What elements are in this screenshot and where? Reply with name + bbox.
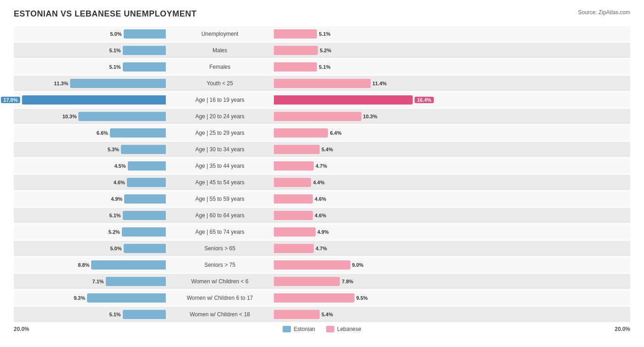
value-left: 4.6% (114, 180, 125, 185)
bar-left (127, 178, 166, 187)
bar-right-section: 5.4% (270, 307, 426, 322)
bar-left (124, 29, 166, 39)
bar-left-section: 5.1% (14, 307, 169, 322)
bar-right-section: 5.1% (270, 26, 426, 42)
bar-row: 5.1%Females5.1% (14, 59, 630, 75)
value-left: 11.3% (54, 81, 68, 86)
value-left: 8.8% (78, 262, 89, 268)
bar-right (274, 178, 311, 187)
bar-left (128, 161, 166, 171)
bar-center-label: Females (169, 64, 270, 70)
bar-left (70, 79, 166, 88)
bar-right-section: 4.4% (270, 175, 426, 190)
bar-left-section: 4.9% (14, 191, 169, 207)
bar-left-section: 11.3% (14, 76, 169, 91)
value-left: 4.5% (115, 163, 126, 169)
bar-center-label: Age | 30 to 34 years (169, 146, 270, 153)
bar-row: 5.3%Age | 30 to 34 years5.4% (14, 142, 630, 157)
bar-right (274, 310, 320, 319)
value-right: 4.7% (316, 246, 327, 251)
legend-lebanese: Lebanese (326, 326, 361, 332)
bar-right (274, 29, 317, 39)
bar-right (274, 95, 413, 105)
value-right: 5.1% (319, 31, 330, 37)
value-left: 5.1% (109, 213, 121, 218)
legend-estonian: Estonian (283, 326, 315, 332)
chart-source: Source: ZipAtlas.com (578, 9, 630, 16)
bar-right-section: 4.6% (270, 191, 426, 207)
bar-left-section: 17.0% (14, 92, 169, 108)
bar-row: 5.1%Males5.2% (14, 43, 630, 58)
bar-right-section: 6.4% (270, 125, 426, 141)
bar-right-section: 9.5% (270, 290, 426, 306)
value-left: 5.0% (110, 31, 121, 37)
legend: Estonian Lebanese (283, 326, 361, 332)
bar-left (123, 62, 166, 72)
bar-left (123, 211, 166, 220)
value-right: 9.0% (352, 262, 364, 268)
bar-left (106, 277, 166, 286)
bar-right-section: 16.4% (270, 92, 426, 108)
bar-left-section: 8.8% (14, 257, 169, 273)
value-right: 16.4% (415, 97, 433, 103)
bar-right-section: 5.4% (270, 142, 426, 157)
bar-right (274, 62, 317, 72)
value-right: 9.5% (356, 295, 368, 301)
bar-left-section: 5.1% (14, 43, 169, 58)
bar-left-section: 9.3% (14, 290, 169, 306)
bar-left (110, 128, 166, 138)
bar-row: 11.3%Youth < 2511.4% (14, 76, 630, 91)
legend-estonian-box (283, 326, 291, 332)
bar-left (87, 293, 166, 303)
bar-right (274, 46, 318, 55)
bar-center-label: Age | 20 to 24 years (169, 113, 270, 120)
bar-left-section: 4.5% (14, 158, 169, 174)
bar-row: 4.6%Age | 45 to 54 years4.4% (14, 175, 630, 190)
value-right: 4.9% (317, 229, 329, 235)
chart-container: ESTONIAN VS LEBANESE UNEMPLOYMENT Source… (0, 0, 644, 346)
bar-left (91, 260, 166, 270)
bar-left-section: 5.1% (14, 59, 169, 75)
bar-right (274, 227, 316, 237)
bar-right-section: 9.0% (270, 257, 426, 273)
bar-center-label: Youth < 25 (169, 80, 270, 87)
bar-left-section: 7.1% (14, 274, 169, 289)
value-left: 5.1% (109, 64, 121, 70)
bar-center-label: Women w/ Children 6 to 17 (169, 295, 270, 301)
bar-center-label: Age | 16 to 19 years (169, 97, 270, 103)
bar-center-label: Males (169, 47, 270, 54)
bar-right-section: 5.2% (270, 43, 426, 58)
bar-right-section: 5.1% (270, 59, 426, 75)
bar-center-label: Seniors > 75 (169, 262, 270, 268)
bar-right (274, 112, 361, 121)
value-left: 4.9% (111, 196, 122, 202)
value-right: 4.6% (315, 213, 326, 218)
bar-right-section: 4.7% (270, 158, 426, 174)
bar-row: 5.2%Age | 65 to 74 years4.9% (14, 224, 630, 240)
bar-left (124, 194, 166, 204)
value-right: 11.4% (372, 81, 387, 86)
bar-left (121, 145, 166, 154)
bar-left-section: 5.3% (14, 142, 169, 157)
legend-lebanese-box (326, 326, 334, 332)
bar-row: 8.8%Seniors > 759.0% (14, 257, 630, 273)
bar-row: 10.3%Age | 20 to 24 years10.3% (14, 109, 630, 124)
bar-right-section: 10.3% (270, 109, 426, 124)
bar-left (22, 95, 166, 105)
bar-row: 5.0%Unemployment5.1% (14, 26, 630, 42)
chart-area: 5.0%Unemployment5.1%5.1%Males5.2%5.1%Fem… (14, 26, 630, 322)
bar-left (124, 244, 166, 253)
bar-right-section: 11.4% (270, 76, 426, 91)
bar-right (274, 194, 313, 204)
bar-row: 5.0%Seniors > 654.7% (14, 241, 630, 256)
bar-center-label: Women w/ Children < 6 (169, 278, 270, 285)
value-right: 7.8% (342, 279, 353, 284)
value-right: 5.4% (322, 312, 333, 317)
bar-left-section: 5.0% (14, 26, 169, 42)
chart-title: ESTONIAN VS LEBANESE UNEMPLOYMENT (14, 9, 196, 19)
bar-center-label: Unemployment (169, 31, 270, 37)
bar-row: 17.0%Age | 16 to 19 years16.4% (14, 92, 630, 108)
bar-left-section: 5.2% (14, 224, 169, 240)
value-left: 17.0% (1, 97, 20, 103)
bar-right (274, 161, 314, 171)
